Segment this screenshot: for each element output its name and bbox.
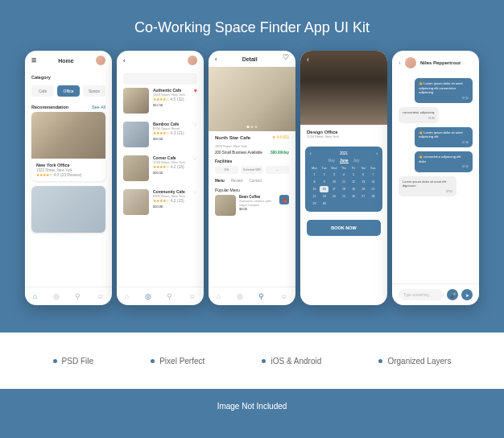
cal-day[interactable]: 12 xyxy=(349,179,358,185)
back-icon[interactable]: ‹ xyxy=(399,59,401,67)
cal-day[interactable]: 9 xyxy=(320,179,328,185)
cal-day[interactable]: 29 xyxy=(310,200,319,207)
cal-day[interactable]: 6 xyxy=(359,171,368,178)
tab-menu[interactable]: Menu xyxy=(215,179,225,183)
detail-title: Detail xyxy=(242,56,258,62)
bookmark-icon[interactable]: 🔖 xyxy=(279,195,289,205)
message-text: 👋 Lorem ipsum dolor sit amet adipiscing … xyxy=(419,130,462,139)
menu-icon[interactable]: ☰ xyxy=(31,57,36,64)
cal-month[interactable]: July xyxy=(353,159,360,163)
tab-location-icon[interactable]: ◎ xyxy=(237,292,243,300)
tab-home-icon[interactable]: ⌂ xyxy=(217,292,221,300)
caption: Image Not Included xyxy=(0,402,504,411)
cal-day[interactable]: 18 xyxy=(339,186,348,192)
cal-day[interactable]: 13 xyxy=(359,179,368,185)
cal-day[interactable]: 28 xyxy=(369,193,378,200)
tab-contact[interactable]: Contact xyxy=(250,179,262,183)
cal-weekday: Tue xyxy=(320,167,328,170)
tab-profile-icon[interactable]: ☺ xyxy=(188,292,196,300)
cal-day[interactable]: 17 xyxy=(329,186,338,192)
tab-home-icon[interactable]: ⌂ xyxy=(125,292,129,300)
home-title: Home xyxy=(58,58,73,64)
list-item-rating: ★★★★☆ 4.2 (15) xyxy=(153,198,188,203)
back-icon[interactable]: ‹ xyxy=(123,58,125,64)
mic-icon[interactable]: 🎤 xyxy=(447,289,458,300)
recommendation-card[interactable]: New York Office 1323 Street, New York ★★… xyxy=(31,112,105,181)
cal-day[interactable]: 26 xyxy=(349,193,358,200)
cal-day[interactable]: 3 xyxy=(329,171,338,178)
recommendation-card[interactable] xyxy=(31,186,105,233)
cal-day[interactable]: 21 xyxy=(369,186,378,192)
tab-search-icon[interactable]: ⚲ xyxy=(75,292,81,300)
favorite-icon[interactable]: ♡ xyxy=(192,155,197,181)
cal-month[interactable]: May xyxy=(328,159,335,163)
cal-day[interactable]: 30 xyxy=(320,200,328,207)
calendar[interactable]: ‹ 2021 › May June July MonTueWedThuFriSa… xyxy=(305,147,382,212)
cal-day[interactable]: 5 xyxy=(349,171,358,178)
avatar[interactable] xyxy=(96,56,105,65)
list-item[interactable]: Bamboo Cafe8766 Space Street★★★★☆ 4.3 (2… xyxy=(123,122,197,151)
book-now-button[interactable]: BOOK NOW xyxy=(307,220,381,236)
screen-chat: ‹ Niles Peppertrout 👋 Lorem ipsum dolor … xyxy=(392,51,479,305)
favorite-icon[interactable]: ♡ xyxy=(192,122,197,147)
tab-review[interactable]: Review xyxy=(231,179,243,183)
feature-item: iOS & Android xyxy=(262,357,321,366)
cal-day[interactable]: 20 xyxy=(359,186,368,192)
search-input[interactable] xyxy=(123,73,197,85)
cal-day[interactable]: 23 xyxy=(320,193,328,200)
avatar[interactable] xyxy=(188,56,197,65)
cal-day[interactable]: 8 xyxy=(310,179,319,185)
tab-home-icon[interactable]: ⌂ xyxy=(33,292,37,300)
chat-message: 👋 Lorem ipsum dolor sit amet adipiscing … xyxy=(415,127,473,147)
favorite-icon[interactable] xyxy=(283,56,289,62)
cal-day[interactable]: 19 xyxy=(349,186,358,192)
list-item[interactable]: Authentic Cafe1313 Street, New York★★★★☆… xyxy=(123,88,197,118)
cat-office[interactable]: Office xyxy=(57,85,80,97)
tab-search-icon[interactable]: ⚲ xyxy=(258,292,264,300)
menu-item[interactable]: Bean Coffee Sumatera arabica with sugar … xyxy=(215,195,289,216)
cal-prev-icon[interactable]: ‹ xyxy=(310,151,312,155)
cal-day[interactable]: 15 xyxy=(310,186,319,192)
cal-day[interactable]: 1 xyxy=(310,171,319,178)
cat-cafe[interactable]: Cafe xyxy=(31,85,54,97)
cal-day[interactable]: 2 xyxy=(320,171,328,178)
send-icon[interactable]: ➤ xyxy=(461,289,473,300)
phone-mockups: ☰ Home Category Cafe Office Space Recomm… xyxy=(0,51,504,305)
message-input[interactable]: Type something... xyxy=(399,289,444,300)
cal-weekday: Wed xyxy=(329,167,338,170)
cal-month[interactable]: June xyxy=(340,159,349,163)
back-icon[interactable]: ‹ xyxy=(215,56,217,62)
list-item[interactable]: Corner Cafe1234 Street, New York★★★★☆ 4.… xyxy=(123,155,197,185)
cal-day[interactable]: 16 xyxy=(320,186,328,192)
tab-profile-icon[interactable]: ☺ xyxy=(280,292,287,300)
see-all-link[interactable]: See All xyxy=(92,105,105,110)
tab-location-icon[interactable]: ◎ xyxy=(145,292,151,300)
cal-day[interactable]: 11 xyxy=(339,179,348,185)
message-time: 07:40 xyxy=(419,141,469,144)
chat-avatar[interactable] xyxy=(405,57,416,68)
cal-day[interactable]: 24 xyxy=(329,193,338,200)
cal-day[interactable]: 27 xyxy=(359,193,368,200)
tab-search-icon[interactable]: ⚲ xyxy=(167,292,172,300)
chat-message: 👋 Lorem ipsum dolor sit amet adipiscing … xyxy=(415,78,473,103)
cal-day[interactable]: 7 xyxy=(369,171,378,178)
cal-day[interactable]: 14 xyxy=(369,179,378,185)
tab-location-icon[interactable]: ◎ xyxy=(53,292,60,300)
favorite-icon[interactable]: ♡ xyxy=(192,189,197,215)
list-thumb xyxy=(123,155,149,181)
card-image xyxy=(31,112,105,159)
cal-day[interactable]: 4 xyxy=(339,171,348,178)
cal-weekday: Sat xyxy=(359,167,368,170)
tab-profile-icon[interactable]: ☺ xyxy=(97,292,104,300)
list-item[interactable]: Community Cafe9901 Street, New York★★★★☆… xyxy=(123,189,197,219)
list-thumb xyxy=(123,88,149,114)
cal-next-icon[interactable]: › xyxy=(376,151,378,155)
cat-space[interactable]: Space xyxy=(83,85,105,97)
list-item-rating: ★★★★☆ 4.5 (32) xyxy=(153,97,190,101)
tabbar: ⌂ ◎ ⚲ ☺ xyxy=(25,287,112,305)
cal-day[interactable]: 10 xyxy=(329,179,338,185)
cal-day[interactable]: 22 xyxy=(310,193,319,200)
favorite-icon[interactable]: ♥ xyxy=(194,88,197,114)
back-icon[interactable]: ‹ xyxy=(307,56,309,64)
cal-day[interactable]: 25 xyxy=(339,193,348,200)
